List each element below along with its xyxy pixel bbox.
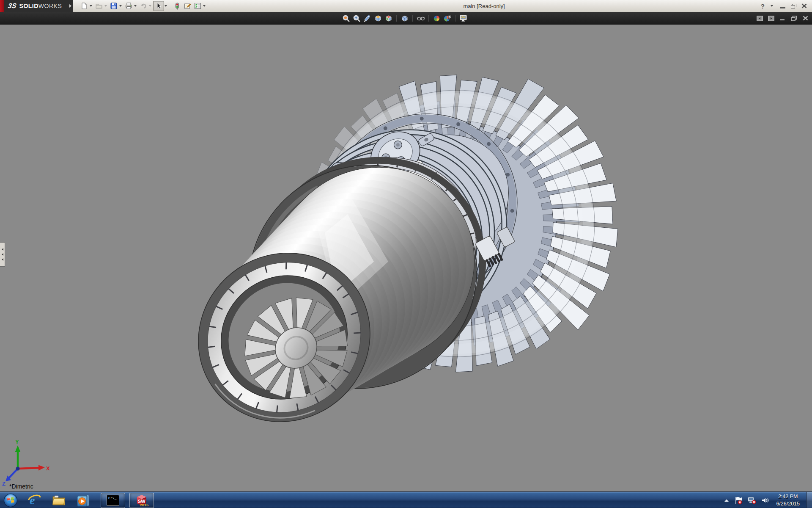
system-tray: 2:42 PM 6/26/2015 <box>724 492 812 508</box>
view-orientation-cube-icon <box>384 14 392 22</box>
edit-appearance-button[interactable] <box>433 14 441 22</box>
svg-text:X: X <box>46 465 50 472</box>
undo-button[interactable] <box>138 1 148 11</box>
tray-clock[interactable]: 2:42 PM 6/26/2015 <box>776 493 800 508</box>
restore-icon <box>791 16 797 21</box>
folder-icon <box>52 494 66 507</box>
internet-explorer-button[interactable]: e <box>27 493 41 508</box>
select-dropdown[interactable] <box>165 5 167 7</box>
show-right-pane-button[interactable] <box>768 15 774 21</box>
cursor-arrow-icon <box>156 3 162 9</box>
internet-explorer-icon: e <box>27 494 41 507</box>
previous-view-button[interactable] <box>363 14 372 22</box>
clock-time: 2:42 PM <box>776 493 800 500</box>
section-view-button[interactable] <box>374 14 382 22</box>
previous-view-icon <box>363 14 371 22</box>
speaker-icon <box>761 497 770 504</box>
command-prompt-button[interactable]: C:\_ <box>101 493 125 508</box>
minimize-button[interactable] <box>780 7 785 8</box>
show-hidden-icons-button[interactable] <box>724 498 730 502</box>
options-button[interactable] <box>192 1 203 11</box>
help-button[interactable]: ? <box>761 3 765 10</box>
close-document-button[interactable] <box>802 15 809 21</box>
close-button[interactable] <box>801 3 807 8</box>
view-tools <box>341 12 469 24</box>
save-button[interactable] <box>109 1 119 11</box>
right-pane-icon <box>768 16 774 21</box>
jet-engine-model <box>166 75 618 455</box>
select-tool-button[interactable] <box>153 1 164 11</box>
graphics-viewport: YXZ *Dimetric <box>0 25 812 491</box>
volume-button[interactable] <box>761 497 770 504</box>
restore-document-button[interactable] <box>790 15 797 21</box>
zoom-to-fit-icon <box>342 14 350 22</box>
show-left-pane-button[interactable] <box>756 15 763 21</box>
apply-scene-button[interactable] <box>443 14 452 22</box>
feature-tree-flyout-tab[interactable] <box>0 242 5 267</box>
action-center-button[interactable] <box>734 496 743 505</box>
view-settings-button[interactable] <box>459 14 468 22</box>
svg-text:2015: 2015 <box>140 503 148 507</box>
svg-text:Y: Y <box>15 439 19 445</box>
toolbar-separator <box>412 15 413 22</box>
model-canvas[interactable]: YXZ <box>0 25 812 491</box>
title-bar: 3S SOLIDWORKS <box>0 0 812 12</box>
open-document-button[interactable] <box>94 1 104 11</box>
dassault-3s-logo: 3S <box>7 2 17 10</box>
print-button[interactable] <box>123 1 134 11</box>
display-style-cube-icon <box>401 14 409 22</box>
start-button[interactable] <box>3 492 19 508</box>
help-dropdown[interactable] <box>771 5 773 7</box>
save-floppy-icon <box>110 3 117 9</box>
minimize-icon <box>780 16 785 21</box>
display-style-button[interactable] <box>401 14 409 22</box>
zoom-to-fit-button[interactable] <box>342 14 351 22</box>
windows-explorer-button[interactable] <box>52 493 66 508</box>
zoom-to-area-icon <box>353 14 361 22</box>
media-player-button[interactable] <box>76 493 91 508</box>
right-arrow-icon <box>69 4 71 8</box>
network-status-button[interactable] <box>747 496 757 505</box>
clock-date: 6/26/2015 <box>776 500 800 508</box>
stoplight-button[interactable] <box>172 1 182 11</box>
solidworks-window: 3S SOLIDWORKS <box>0 0 812 508</box>
media-player-icon <box>77 494 90 507</box>
view-orientation-button[interactable] <box>384 14 393 22</box>
up-arrow-icon <box>724 498 730 502</box>
apply-scene-icon <box>443 14 452 22</box>
close-icon <box>803 16 808 21</box>
solidworks-2015-button[interactable]: SW 2015 <box>129 493 154 508</box>
solidworks-logo: 3S SOLIDWORKS <box>4 0 67 12</box>
solidworks-2015-icon: SW 2015 <box>134 494 149 507</box>
taskbar-icons: e <box>27 493 158 508</box>
left-arrow-icon <box>2 258 3 261</box>
new-dropdown[interactable] <box>90 5 92 7</box>
minimize-document-button[interactable] <box>779 15 786 21</box>
comment-pencil-icon <box>184 3 191 9</box>
appearance-ball-icon <box>433 14 441 22</box>
windows-start-icon <box>3 493 18 508</box>
open-dropdown[interactable] <box>104 5 107 7</box>
menu-expand-arrow[interactable] <box>67 0 73 12</box>
open-folder-icon <box>96 3 103 9</box>
comment-button[interactable] <box>182 1 192 11</box>
section-view-icon <box>374 14 382 22</box>
view-settings-monitor-icon <box>459 14 468 22</box>
brand-red-strip <box>0 0 4 12</box>
show-desktop-button[interactable] <box>806 492 812 508</box>
stoplight-icon <box>175 3 180 10</box>
undo-dropdown[interactable] <box>149 5 151 7</box>
options-dropdown[interactable] <box>203 5 206 7</box>
command-prompt-icon: C:\_ <box>107 495 119 506</box>
brand-works: WORKS <box>38 3 62 9</box>
view-orientation-status: *Dimetric <box>9 483 33 490</box>
zoom-to-area-button[interactable] <box>353 14 361 22</box>
restore-button[interactable] <box>791 4 796 8</box>
hide-show-items-button[interactable] <box>417 14 425 22</box>
new-document-button[interactable] <box>79 1 89 11</box>
options-checklist-icon <box>194 3 201 9</box>
save-dropdown[interactable] <box>119 5 122 7</box>
new-document-icon <box>81 3 88 9</box>
print-dropdown[interactable] <box>134 5 137 7</box>
left-arrow-icon <box>2 253 3 256</box>
